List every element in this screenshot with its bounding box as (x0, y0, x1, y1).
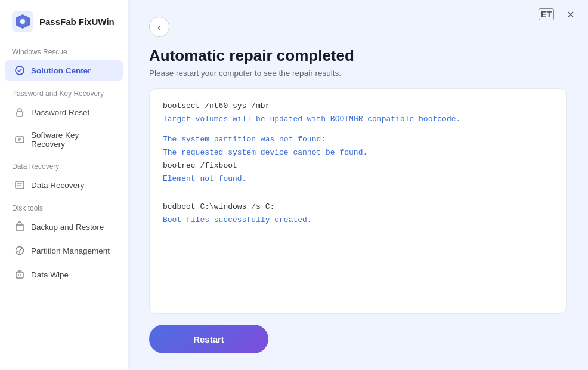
main-content: ‹ Automatic repair completed Please rest… (128, 0, 588, 370)
feedback-icon: ET (539, 8, 554, 20)
app-logo: PassFab FixUWin (0, 0, 128, 43)
app-window: ET ✕ PassFab FixUWin Windows Rescue (0, 0, 588, 370)
close-icon: ✕ (567, 9, 574, 20)
sidebar-item-password-reset[interactable]: Password Reset (5, 101, 123, 123)
sidebar-item-backup-restore[interactable]: Backup and Restore (5, 216, 123, 238)
partition-management-icon (14, 245, 25, 256)
logo-icon (12, 11, 33, 32)
log-line: The system partition was not found: (163, 133, 553, 146)
back-button[interactable]: ‹ (149, 17, 169, 37)
svg-rect-5 (17, 112, 23, 116)
close-button[interactable]: ✕ (562, 6, 578, 23)
windows-rescue-label: Windows Rescue (0, 43, 128, 58)
feedback-button[interactable]: ET (538, 6, 555, 23)
sidebar-item-solution-center-label: Solution Center (31, 66, 91, 75)
back-icon: ‹ (157, 21, 161, 33)
sidebar: PassFab FixUWin Windows Rescue Solution … (0, 0, 128, 370)
data-recovery-icon (14, 180, 25, 190)
log-line: Target volumes will be updated with BOOT… (163, 113, 553, 126)
log-line: Boot files successfully created. (163, 214, 553, 227)
solution-center-icon (14, 65, 25, 76)
sidebar-item-software-key-recovery-label: Software Key Recovery (31, 131, 113, 149)
backup-restore-icon (14, 221, 25, 232)
log-line: bcdboot C:\windows /s C: (163, 201, 553, 214)
sidebar-item-partition-management-label: Partition Management (31, 246, 110, 255)
data-wipe-icon (14, 269, 25, 280)
app-name: PassFab FixUWin (39, 17, 114, 27)
password-reset-icon (14, 107, 25, 118)
sidebar-item-data-recovery[interactable]: Data Recovery (5, 174, 123, 196)
data-recovery-section-label: Data Recovery (0, 155, 128, 173)
sidebar-item-data-recovery-label: Data Recovery (31, 181, 84, 190)
svg-rect-13 (16, 272, 23, 278)
log-line: bootrec /fixboot (163, 159, 553, 172)
page-subtitle: Please restart your computer to see the … (149, 69, 567, 78)
sidebar-item-software-key-recovery[interactable]: Software Key Recovery (5, 125, 123, 154)
sidebar-item-solution-center[interactable]: Solution Center (5, 60, 123, 81)
software-key-icon (14, 134, 25, 145)
log-line: The requested system device cannot be fo… (163, 146, 553, 159)
password-key-recovery-section-label: Password and Key Recovery (0, 82, 128, 100)
log-spacer (163, 126, 553, 133)
restart-button[interactable]: Restart (149, 325, 268, 353)
log-line: Element not found. (163, 172, 553, 186)
log-line: bootsect /nt60 sys /mbr (163, 100, 553, 113)
sidebar-item-partition-management[interactable]: Partition Management (5, 240, 123, 261)
sidebar-item-data-wipe-label: Data Wipe (31, 270, 69, 279)
sidebar-item-backup-restore-label: Backup and Restore (31, 223, 104, 232)
svg-rect-9 (16, 181, 24, 189)
title-bar: ET ✕ (528, 0, 588, 29)
disk-tools-section-label: Disk tools (0, 197, 128, 215)
svg-rect-6 (16, 137, 24, 143)
log-spacer (163, 186, 553, 193)
svg-point-3 (20, 19, 25, 24)
page-title: Automatic repair completed (149, 47, 567, 65)
log-panel[interactable]: bootsect /nt60 sys /mbrTarget volumes wi… (149, 88, 567, 314)
sidebar-item-data-wipe[interactable]: Data Wipe (5, 264, 123, 285)
sidebar-item-password-reset-label: Password Reset (31, 108, 89, 117)
log-spacer (163, 193, 553, 201)
